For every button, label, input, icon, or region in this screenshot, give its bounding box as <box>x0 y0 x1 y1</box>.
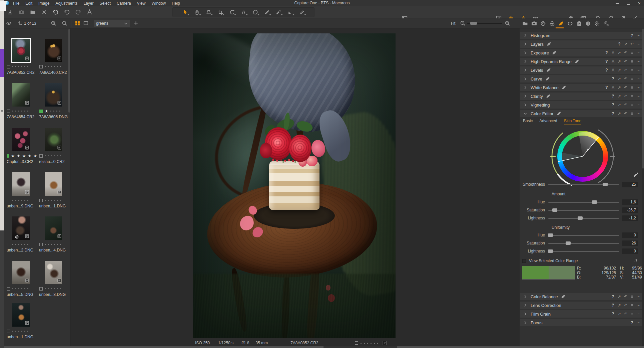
color-tag-green[interactable] <box>7 154 9 158</box>
view-range-checkbox[interactable] <box>522 259 526 263</box>
thumbnail-image[interactable] <box>12 303 30 327</box>
more-icon[interactable]: ⋯ <box>636 68 640 72</box>
thumbnail-image[interactable] <box>12 83 30 107</box>
rating-dot[interactable] <box>21 288 22 289</box>
rating-dot[interactable] <box>15 288 16 289</box>
maximize-button-icon[interactable] <box>627 2 630 5</box>
browser-cell[interactable]: ★7A8A9605.DNG <box>37 83 69 119</box>
slider-track[interactable] <box>548 202 619 203</box>
star-icon[interactable]: ★ <box>28 154 31 158</box>
menu-adjustments[interactable]: Adjustments <box>52 1 80 6</box>
chevron-right-icon[interactable] <box>523 76 528 81</box>
rating-dot[interactable] <box>18 331 19 332</box>
rating-dot[interactable] <box>15 200 16 201</box>
menu-file[interactable]: File <box>10 1 22 6</box>
zoom-in-icon[interactable] <box>505 20 510 26</box>
thumbnail-image[interactable] <box>45 261 62 284</box>
rating-dot[interactable] <box>15 111 16 112</box>
presets-icon[interactable]: ≡ <box>630 50 634 55</box>
rating-dot[interactable] <box>51 200 52 201</box>
more-icon[interactable]: ⋯ <box>636 111 640 116</box>
rating-dot[interactable] <box>54 66 55 67</box>
thumb-filename[interactable]: reisnu...0.CR2 <box>37 159 69 164</box>
menu-layer[interactable]: Layer <box>80 1 96 6</box>
browser-cell[interactable]: unben...5.DNG <box>5 261 37 297</box>
chevron-right-icon[interactable] <box>523 59 528 64</box>
rating-dot[interactable] <box>54 200 55 201</box>
rating-dot[interactable] <box>27 288 28 289</box>
help-icon[interactable]: ? <box>611 111 615 116</box>
viewer-checkbox[interactable] <box>355 341 358 345</box>
rating-dot[interactable] <box>15 244 16 245</box>
tab-adjustments-icon[interactable] <box>576 21 582 26</box>
rating-dot[interactable] <box>57 244 58 245</box>
copy-icon[interactable]: ↗ <box>617 94 621 99</box>
rating-dot[interactable] <box>50 111 51 112</box>
menu-camera[interactable]: Camera <box>114 1 134 6</box>
chevron-right-icon[interactable] <box>523 303 528 308</box>
reset-icon[interactable]: ↶ <box>624 111 628 116</box>
section-white-balance[interactable]: White Balance?A↗↶≡⋯ <box>520 84 642 91</box>
more-icon[interactable]: ⋯ <box>636 76 640 81</box>
help-icon[interactable]: ? <box>630 33 634 38</box>
help-icon[interactable]: ? <box>611 303 615 308</box>
section-color-editor[interactable]: Color Editor?↗↶≡⋯ <box>520 110 642 117</box>
rating-dot[interactable] <box>48 155 49 156</box>
section-color-balance[interactable]: Color Balance?↗↶≡⋯ <box>520 293 642 300</box>
section-histogram[interactable]: Histogram?⋯ <box>520 32 642 39</box>
thumb-checkbox[interactable] <box>7 243 10 246</box>
color-editor-tab-basic[interactable]: Basic <box>523 119 533 125</box>
zoom-fit-label[interactable]: Fit <box>451 21 455 26</box>
rotate-tool-icon[interactable] <box>227 9 236 16</box>
browser-cell[interactable]: unben...4.DNG <box>37 216 69 252</box>
presets-icon[interactable]: ≡ <box>630 94 634 99</box>
star-icon[interactable]: ★ <box>17 154 20 158</box>
delete-icon[interactable] <box>41 9 47 15</box>
erase-mask-tool-icon[interactable] <box>297 9 306 16</box>
thumbnail-image[interactable] <box>45 83 62 107</box>
section-lens-correction[interactable]: Lens Correction?↗↶≡⋯ <box>520 302 642 309</box>
copy-icon[interactable]: ↗ <box>617 303 621 308</box>
help-icon[interactable]: ? <box>611 94 615 99</box>
browser-cell[interactable]: unben...9.DNG <box>5 172 37 208</box>
thumb-filename[interactable]: Captur...3.CR2 <box>5 159 37 164</box>
list-view-icon[interactable] <box>83 20 89 26</box>
presets-icon[interactable]: ≡ <box>630 85 634 90</box>
more-icon[interactable]: ⋯ <box>636 50 640 55</box>
thumb-checkbox[interactable] <box>39 287 43 291</box>
reset-icon[interactable]: ↶ <box>624 94 628 99</box>
thumbnail-image[interactable] <box>12 172 30 196</box>
redo-icon[interactable] <box>75 9 81 15</box>
rating-dot[interactable] <box>12 331 13 332</box>
thumb-filename[interactable]: unben...5.DNG <box>5 292 37 297</box>
copy-icon[interactable]: ↗ <box>617 59 621 64</box>
rating-dot[interactable] <box>27 111 28 112</box>
slider-track[interactable] <box>548 243 619 244</box>
thumb-checkbox[interactable] <box>39 154 43 158</box>
reset-icon[interactable]: ↶ <box>624 85 628 90</box>
zoom-slider-handle[interactable] <box>470 22 477 25</box>
presets-icon[interactable]: ≡ <box>630 68 634 72</box>
pick-color-tool-icon[interactable] <box>274 9 283 16</box>
presets-icon[interactable]: ≡ <box>630 103 634 107</box>
rating-dot[interactable] <box>15 331 16 332</box>
browser-cell[interactable]: ★★★★★Captur...3.CR2 <box>5 128 37 164</box>
section-vignetting[interactable]: Vignetting?↗↶≡⋯ <box>520 101 642 109</box>
auto-icon[interactable]: A <box>611 59 615 64</box>
add-filter-icon[interactable] <box>133 20 139 26</box>
thumbnail-image[interactable] <box>12 39 30 62</box>
thumb-checkbox[interactable] <box>7 65 10 68</box>
presets-icon[interactable]: ≡ <box>630 294 634 299</box>
slider-handle[interactable] <box>603 183 608 186</box>
thumb-checkbox[interactable] <box>39 243 43 246</box>
copy-icon[interactable]: ↗ <box>617 103 621 107</box>
browser-cell[interactable]: 7A8A0852.CR2 <box>5 39 37 75</box>
copy-icon[interactable]: ↗ <box>624 42 628 46</box>
rating-dot[interactable] <box>18 111 19 112</box>
reset-icon[interactable]: ↶ <box>624 50 628 55</box>
rating-dot[interactable] <box>12 288 13 289</box>
rating-dot[interactable] <box>51 244 52 245</box>
help-icon[interactable]: ? <box>605 68 609 72</box>
copy-icon[interactable]: ↗ <box>617 111 621 116</box>
presets-icon[interactable]: ≡ <box>630 111 634 116</box>
